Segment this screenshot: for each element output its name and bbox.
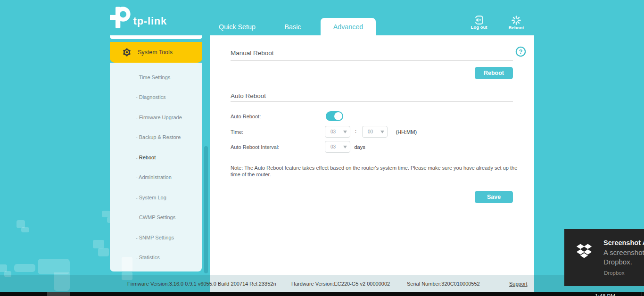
svg-text:?: ?: [519, 48, 523, 55]
svg-text:tp-link: tp-link: [133, 15, 167, 27]
